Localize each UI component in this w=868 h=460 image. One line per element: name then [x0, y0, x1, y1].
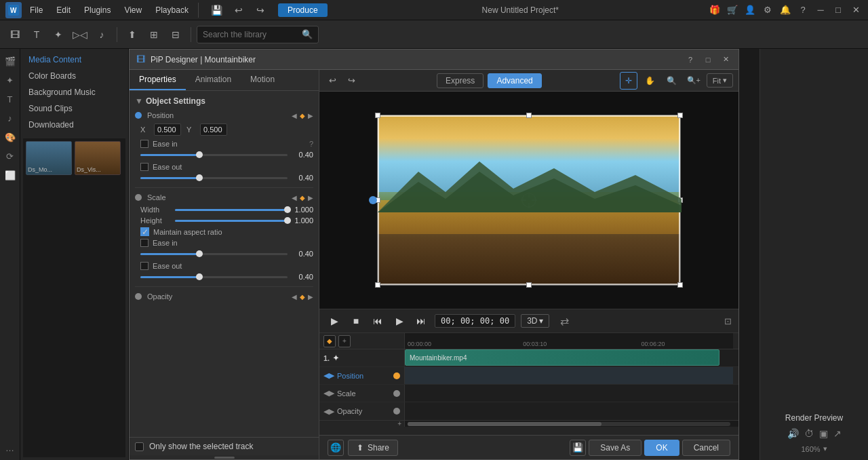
scale-ease-out-track[interactable]: [140, 276, 288, 278]
position-prev-btn[interactable]: ◀: [292, 112, 297, 119]
pip-help-btn[interactable]: ?: [684, 54, 696, 66]
color-panel-icon[interactable]: 🎨: [2, 129, 18, 145]
save-as-icon-btn[interactable]: 💾: [570, 440, 586, 456]
position-key-icon[interactable]: ◆: [300, 112, 305, 119]
cancel-button[interactable]: Cancel: [682, 440, 730, 456]
scale-ease-out-thumb[interactable]: [196, 273, 203, 280]
handle-top-center[interactable]: [526, 113, 532, 118]
fit-btn[interactable]: Fit ▾: [707, 73, 733, 88]
zoom-dropdown[interactable]: ▾: [823, 444, 827, 453]
scale-prev-btn[interactable]: ◀: [292, 194, 297, 202]
effect-icon[interactable]: ✦: [49, 25, 68, 44]
h-scroll-track[interactable]: [408, 422, 730, 426]
fast-forward-btn[interactable]: ⏭: [413, 313, 429, 329]
express-btn[interactable]: Express: [437, 73, 484, 88]
height-slider-track[interactable]: [175, 220, 288, 222]
handle-top-right[interactable]: [677, 113, 683, 118]
scale-ease-out-checkbox[interactable]: [140, 262, 149, 270]
close-icon[interactable]: ✕: [849, 3, 863, 17]
opacity-prev-btn[interactable]: ◀: [292, 293, 297, 301]
globe-icon-btn[interactable]: 🌐: [328, 440, 344, 456]
scale-track-label[interactable]: ◀▶ Scale: [319, 385, 405, 402]
advanced-btn[interactable]: Advanced: [488, 73, 541, 88]
opacity-next-btn[interactable]: ▶: [308, 293, 313, 301]
scale-next-btn[interactable]: ▶: [308, 194, 313, 202]
screen-render-icon[interactable]: ▣: [819, 428, 828, 439]
tab-properties[interactable]: Properties: [130, 70, 186, 90]
save-icon[interactable]: 💾: [208, 1, 226, 20]
handle-bottom-right[interactable]: [677, 282, 683, 288]
play-btn[interactable]: ▶: [326, 313, 342, 329]
pip-close-btn[interactable]: ✕: [719, 54, 732, 66]
zoom-out-btn[interactable]: 🔍: [663, 72, 681, 90]
properties-scrollarea[interactable]: ▼ Object Settings Position ◀: [130, 91, 319, 437]
maximize-icon[interactable]: □: [831, 3, 845, 17]
ok-button[interactable]: OK: [644, 440, 679, 456]
save-as-button[interactable]: Save As: [589, 440, 642, 456]
object-settings-header[interactable]: ▼ Object Settings: [135, 96, 313, 106]
gift-icon[interactable]: 🎁: [708, 3, 722, 17]
scale-ease-in-checkbox[interactable]: [140, 239, 149, 247]
position-track-label[interactable]: ◀▶ Position: [319, 367, 405, 384]
menu-file[interactable]: File: [24, 4, 48, 16]
opacity-track-label[interactable]: ◀▶ Opacity: [319, 402, 405, 420]
key-frame-btn[interactable]: ◆: [323, 335, 336, 347]
effects-panel-icon[interactable]: ✦: [2, 72, 18, 88]
scale-ease-in-thumb[interactable]: [196, 250, 203, 257]
text-icon[interactable]: T: [27, 25, 46, 44]
move-tool-btn[interactable]: ✛: [620, 72, 637, 90]
pos-ease-out-thumb[interactable]: [196, 174, 203, 181]
video-preview[interactable]: [377, 115, 681, 286]
opacity-key-icon[interactable]: ◆: [300, 293, 305, 301]
tl-add-btn[interactable]: +: [397, 420, 401, 427]
grid-icon[interactable]: ⊟: [166, 25, 185, 44]
pos-ease-out-track[interactable]: [140, 177, 288, 179]
x-input[interactable]: [154, 123, 181, 136]
share-button[interactable]: ⬆ Share: [348, 440, 398, 456]
menu-view[interactable]: View: [119, 4, 147, 16]
undo-icon[interactable]: ↩: [229, 1, 248, 20]
pos-ease-in-track[interactable]: [140, 154, 288, 156]
width-thumb[interactable]: [284, 206, 291, 213]
maintain-aspect-checkbox[interactable]: ✓: [140, 227, 149, 236]
pos-ease-out-checkbox[interactable]: [140, 163, 149, 171]
produce-button[interactable]: Produce: [278, 3, 328, 17]
zoom-in-btn[interactable]: 🔍+: [685, 72, 703, 90]
media-panel-icon[interactable]: 🎬: [2, 53, 18, 69]
handle-top-left[interactable]: [375, 113, 380, 118]
scale-key-icon[interactable]: ◆: [300, 194, 305, 202]
sound-clips-item[interactable]: Sound Clips: [20, 100, 128, 117]
export-render-icon[interactable]: ↗: [833, 428, 842, 439]
width-slider-track[interactable]: [175, 209, 288, 211]
account-icon[interactable]: 👤: [743, 3, 757, 17]
media-content-item[interactable]: Media Content: [20, 52, 128, 68]
audio-render-icon[interactable]: 🔊: [787, 428, 799, 439]
preview-canvas[interactable]: [319, 92, 738, 309]
menu-edit[interactable]: Edit: [51, 4, 76, 16]
audio-panel-icon[interactable]: ♪: [2, 110, 18, 126]
pos-ease-in-checkbox[interactable]: [140, 140, 149, 148]
text-panel-icon[interactable]: T: [2, 91, 18, 107]
pip-restore-btn[interactable]: □: [702, 54, 714, 66]
video-clip[interactable]: Mountainbiker.mp4: [405, 349, 719, 366]
pip-panel-icon[interactable]: ⬜: [2, 167, 18, 183]
shuffle-icon[interactable]: ⇄: [560, 315, 569, 328]
redo-preview-btn[interactable]: ↪: [344, 73, 359, 88]
tab-motion[interactable]: Motion: [241, 70, 284, 90]
pos-ease-in-thumb[interactable]: [196, 151, 203, 158]
3d-view-btn[interactable]: 3D ▾: [521, 314, 549, 328]
layout-icon[interactable]: ⊞: [144, 25, 163, 44]
position-next-btn[interactable]: ▶: [308, 112, 313, 119]
media-thumb[interactable]: Ds_Mo...: [26, 141, 72, 175]
more-icon[interactable]: …: [2, 440, 18, 456]
preview-expand-icon[interactable]: ⊡: [724, 316, 732, 326]
tab-animation[interactable]: Animation: [186, 70, 241, 90]
background-music-item[interactable]: Background Music: [20, 84, 128, 100]
downloaded-item[interactable]: Downloaded: [20, 117, 128, 133]
height-thumb[interactable]: [284, 217, 291, 224]
search-input[interactable]: [203, 30, 298, 39]
add-keyframe-btn[interactable]: +: [338, 335, 351, 347]
settings-icon[interactable]: ⚙: [761, 3, 774, 17]
speed-render-icon[interactable]: ⏱: [804, 428, 814, 439]
next-play-btn[interactable]: ▶: [391, 313, 408, 329]
